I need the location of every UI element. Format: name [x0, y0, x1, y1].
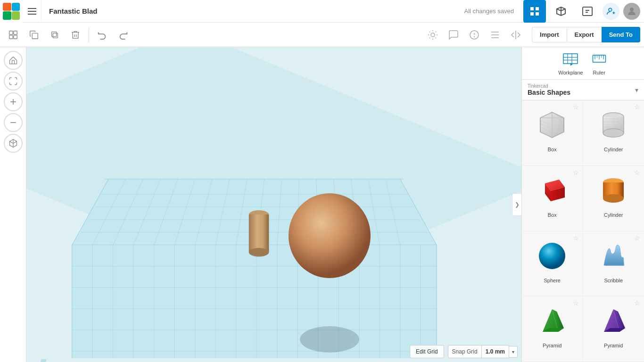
viewport[interactable]: TOP FRONT	[26, 47, 521, 362]
undo-button[interactable]	[93, 25, 112, 44]
edit-grid-button[interactable]: Edit Grid	[410, 345, 444, 358]
pyramid-green-icon	[536, 304, 569, 337]
favorite-star-cyl-orange[interactable]: ☆	[634, 169, 640, 176]
svg-text:TOP: TOP	[46, 67, 53, 70]
grid-view-button[interactable]	[523, 0, 546, 23]
light-icon-button[interactable]	[422, 25, 443, 45]
svg-rect-1	[536, 7, 539, 10]
box-red-icon	[536, 174, 569, 207]
hamburger-menu-button[interactable]	[23, 0, 41, 23]
fit-to-screen-button[interactable]	[4, 72, 23, 90]
light-icon	[427, 29, 438, 41]
avatar[interactable]	[623, 3, 640, 20]
box-red-icon-container	[533, 172, 571, 209]
shape-item-scribble[interactable]: ☆ Scribble	[583, 231, 644, 297]
header-right: All changes saved	[464, 0, 644, 23]
pyramid-purple-icon	[597, 304, 630, 337]
import-button[interactable]: Import	[532, 27, 566, 42]
scribble-icon-container	[594, 237, 632, 275]
redo-button[interactable]	[114, 25, 132, 44]
duplicate-button[interactable]	[45, 25, 64, 44]
zoom-out-button[interactable]	[4, 113, 23, 132]
zoom-in-button[interactable]	[4, 92, 23, 111]
svg-line-50	[316, 179, 318, 245]
show-hide-button[interactable]	[4, 25, 23, 44]
collapse-panel-button[interactable]: ❯	[512, 193, 521, 216]
workplane-icon	[562, 51, 579, 68]
copy-button[interactable]	[25, 25, 43, 44]
svg-rect-35	[26, 47, 521, 362]
favorite-star-sphere[interactable]: ☆	[573, 234, 579, 242]
favorite-star-scribble[interactable]: ☆	[634, 234, 640, 242]
svg-point-7	[609, 8, 612, 11]
svg-rect-91	[249, 214, 269, 252]
view-cube[interactable]: TOP FRONT	[34, 55, 72, 92]
shape-item-box-red[interactable]: ☆	[522, 166, 583, 231]
align-icon-button[interactable]	[485, 25, 505, 45]
shape-label-box-wire: Box	[548, 147, 557, 152]
header: Fantastic Blad All changes saved	[0, 0, 644, 23]
cube-view-button[interactable]	[4, 134, 23, 153]
svg-rect-16	[52, 32, 57, 36]
toolbar-separator-1	[89, 27, 89, 42]
chevron-right-icon: ❯	[515, 201, 520, 208]
project-title[interactable]: Fantastic Blad	[41, 7, 464, 15]
cylinder-orange-icon-container	[594, 172, 632, 209]
svg-rect-2	[530, 12, 534, 16]
dropdown-arrow-icon: ▾	[635, 86, 638, 94]
shapes-grid: ☆	[522, 100, 644, 362]
svg-point-90	[249, 210, 269, 219]
shapes-category-dropdown[interactable]: Tinkercad Basic Shapes ▾	[522, 80, 644, 100]
svg-point-87	[249, 247, 269, 257]
shape-item-sphere-blue[interactable]: ☆ Sphere	[522, 231, 583, 297]
svg-rect-0	[530, 7, 534, 10]
workplane-button[interactable]: Workplane	[558, 51, 583, 75]
snap-grid-control: Snap Grid 1.0 mm ▾	[448, 345, 518, 358]
svg-line-39	[92, 179, 126, 245]
export-button[interactable]: Export	[567, 27, 602, 42]
ruler-button[interactable]: Ruler	[591, 51, 608, 75]
build-view-button[interactable]	[550, 0, 572, 23]
notes-icon-button[interactable]	[443, 25, 464, 45]
svg-point-92	[249, 248, 269, 256]
svg-line-45	[215, 179, 230, 245]
snap-grid-dropdown-button[interactable]: ▾	[509, 346, 518, 358]
delete-button[interactable]	[66, 25, 85, 44]
cube-view-icon	[8, 139, 18, 148]
shape-item-pyramid-green[interactable]: ☆	[522, 296, 583, 362]
scribble-icon	[597, 239, 630, 272]
svg-text:lane: lane	[35, 353, 108, 362]
add-user-button[interactable]	[603, 3, 619, 20]
help-icon-button[interactable]	[464, 25, 485, 45]
sphere-blue-icon-container	[533, 237, 571, 275]
favorite-star-cyl-wire[interactable]: ☆	[634, 103, 640, 111]
favorite-star-pyramid-purple[interactable]: ☆	[634, 299, 640, 307]
shape-item-cylinder-orange[interactable]: ☆	[583, 166, 644, 231]
favorite-star-box-wire[interactable]: ☆	[573, 103, 579, 111]
send-to-button[interactable]: Send To	[602, 27, 640, 42]
favorite-star-box-red[interactable]: ☆	[573, 169, 579, 176]
svg-line-55	[400, 179, 437, 245]
svg-point-93	[289, 193, 371, 278]
svg-point-21	[474, 36, 475, 37]
shape-label-scribble: Scribble	[604, 278, 623, 283]
shape-item-cylinder-wire[interactable]: ☆	[583, 100, 644, 166]
svg-rect-17	[53, 33, 58, 38]
code-view-button[interactable]	[576, 0, 599, 23]
toolbar: Import Export Send To	[0, 23, 644, 47]
svg-marker-37	[72, 179, 437, 245]
shape-label-box-red: Box	[548, 212, 557, 218]
home-view-button[interactable]	[4, 51, 23, 70]
tinkercad-logo[interactable]	[0, 0, 23, 23]
mirror-icon-button[interactable]	[505, 25, 526, 45]
zoom-out-icon	[8, 118, 18, 127]
svg-line-46	[236, 179, 247, 245]
box-wire-icon-container	[533, 106, 571, 144]
shape-item-pyramid-purple[interactable]: ☆	[583, 296, 644, 362]
home-icon	[8, 56, 18, 65]
favorite-star-pyramid-green[interactable]: ☆	[573, 299, 579, 307]
snap-grid-label: Snap Grid	[448, 345, 481, 358]
shape-item-box-wire[interactable]: ☆	[522, 100, 583, 166]
sphere-blue-icon	[536, 239, 569, 272]
svg-rect-95	[563, 54, 578, 64]
